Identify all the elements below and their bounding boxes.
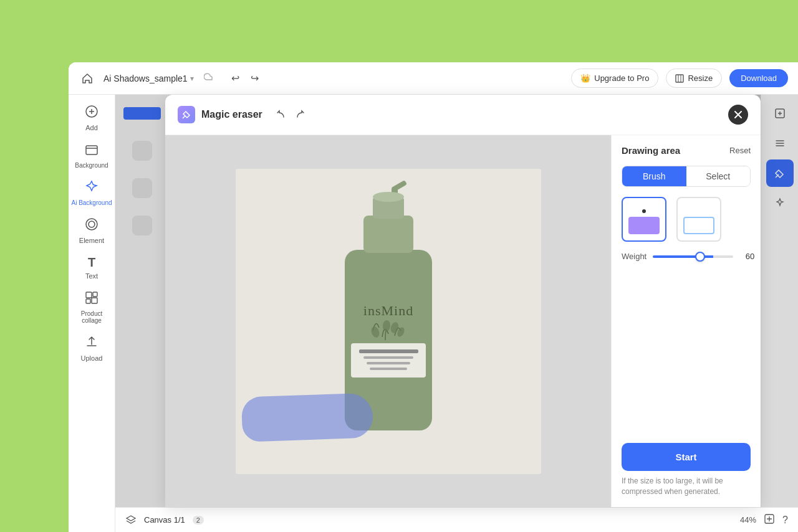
svg-rect-13 [363,216,413,253]
drawing-area-panel: Drawing area Reset Brush Select [611,135,761,507]
svg-rect-19 [359,349,418,353]
canvas-count-badge: 2 [193,516,204,525]
brush-option-filled[interactable] [622,197,666,242]
tab-brush[interactable]: Brush [622,166,686,186]
brush-dot-1 [642,209,646,213]
product-image: insMind [236,169,541,474]
filename-chevron-icon: ▾ [190,74,194,83]
weight-label: Weight [622,252,647,261]
modal-redo-button[interactable] [292,105,309,125]
svg-rect-22 [370,368,407,370]
resize-button[interactable]: Resize [666,69,722,88]
svg-rect-5 [86,292,92,298]
download-button[interactable]: Download [729,69,788,87]
panel-header: Drawing area Reset [622,145,751,156]
layers-button[interactable] [125,515,137,526]
svg-rect-8 [92,298,97,303]
add-icon [85,105,99,121]
product-collage-icon [85,291,99,308]
tool-tabs: Brush Select [622,166,751,187]
modal-header: Magic eraser [165,95,761,135]
undo-redo-group: ↩ ↪ [228,70,262,87]
reset-button[interactable]: Reset [729,146,751,155]
svg-point-4 [86,219,97,230]
bottom-toolbar: Canvas 1/1 2 44% ? [115,507,798,532]
cloud-sync-icon [204,72,215,85]
panel-title: Drawing area [622,145,680,156]
sidebar-item-product-collage[interactable]: Product collage [69,286,115,329]
ai-background-icon [85,180,99,197]
upload-icon [85,335,99,352]
svg-rect-6 [93,292,97,297]
modal-eraser-tool-icon [178,106,195,123]
panel-note: If the size is too large, it will be com… [622,476,751,497]
modal-close-button[interactable] [728,105,748,125]
header-undo-button[interactable]: ↩ [228,70,243,87]
brush-option-outline[interactable] [676,197,721,242]
svg-rect-0 [676,75,683,82]
start-button[interactable]: Start [622,443,751,471]
magic-eraser-modal: Magic eraser [165,95,761,507]
modal-undo-redo-group [272,105,309,125]
help-icon[interactable]: ? [782,515,788,526]
brush-options [622,197,751,242]
svg-rect-20 [363,356,413,359]
svg-point-3 [89,221,95,227]
svg-point-17 [373,192,404,202]
save-icon[interactable] [764,513,775,527]
svg-rect-7 [86,299,90,303]
home-icon[interactable] [79,70,96,87]
panel-footer: Start If the size is too large, it will … [622,443,751,497]
modal-canvas-area[interactable]: insMind [165,135,611,507]
brush-swatch-filled [628,217,660,234]
zoom-level-label[interactable]: 44% [740,515,756,525]
header-redo-button[interactable]: ↪ [247,70,262,87]
svg-rect-2 [86,146,97,154]
upgrade-button[interactable]: 👑 Upgrade to Pro [571,69,658,88]
sidebar-item-text[interactable]: T Text [69,250,115,285]
svg-text:insMind: insMind [363,303,413,318]
left-sidebar: Add Background Ai Background Element T T… [69,95,115,532]
modal-body: insMind Dr [165,135,761,507]
sidebar-item-background[interactable]: Background [69,138,115,174]
weight-value-label: 60 [739,252,754,261]
sidebar-item-upload[interactable]: Upload [69,330,115,367]
background-icon [85,143,99,159]
crown-icon: 👑 [580,74,590,83]
modal-title: Magic eraser [201,109,262,120]
canvas-label: Canvas 1/1 [144,515,185,525]
sidebar-item-element[interactable]: Element [69,212,115,249]
app-window: Ai Shadows_sample1 ▾ ↩ ↪ 👑 Upgrade to Pr… [69,62,798,532]
tab-select[interactable]: Select [686,166,751,186]
filename-label[interactable]: Ai Shadows_sample1 ▾ [103,74,194,83]
element-icon [85,217,99,234]
sidebar-item-ai-background[interactable]: Ai Background [69,175,115,211]
text-icon: T [88,255,95,270]
app-header: Ai Shadows_sample1 ▾ ↩ ↪ 👑 Upgrade to Pr… [69,62,798,95]
weight-row: Weight 60 [622,252,751,261]
svg-rect-18 [351,343,426,378]
modal-undo-button[interactable] [272,105,289,125]
svg-rect-21 [367,362,410,364]
sidebar-item-add[interactable]: Add [69,100,115,136]
weight-slider[interactable] [653,255,733,258]
brush-swatch-outline [683,217,714,234]
brush-stroke-overlay [241,392,373,442]
